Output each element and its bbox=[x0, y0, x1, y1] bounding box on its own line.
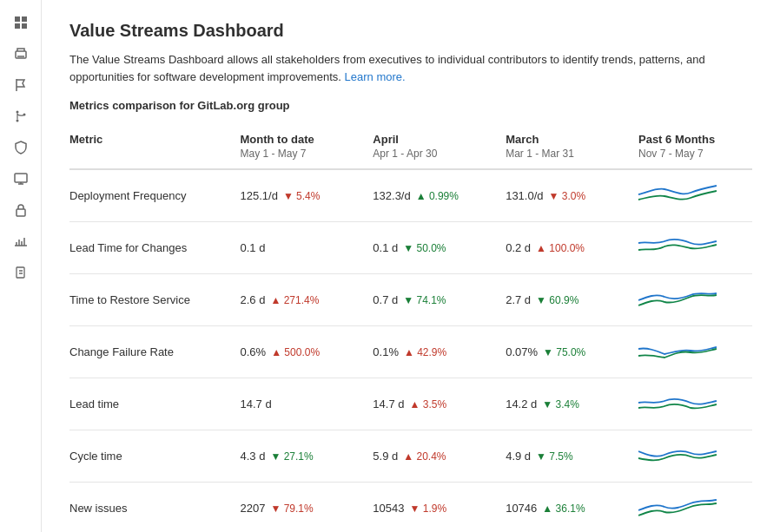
mtd-cell: 0.6%500.0% bbox=[241, 326, 373, 378]
col-header-march: March Mar 1 - Mar 31 bbox=[506, 126, 638, 169]
svg-point-1 bbox=[16, 111, 18, 114]
mtd-cell: 2.6 d271.4% bbox=[241, 274, 373, 326]
metric-name-cell: Change Failure Rate bbox=[69, 326, 241, 378]
march-cell: 2.7 d60.9% bbox=[506, 274, 638, 326]
sidebar-icon-flag[interactable] bbox=[7, 71, 35, 99]
sparkline-cell bbox=[638, 430, 752, 483]
march-cell: 14.2 d3.4% bbox=[506, 378, 638, 430]
sparkline-cell bbox=[638, 378, 752, 430]
metrics-label: Metrics comparison for GitLab.org group bbox=[69, 99, 752, 112]
svg-rect-0 bbox=[16, 51, 26, 58]
svg-rect-5 bbox=[17, 209, 25, 216]
table-row: Cycle time 4.3 d27.1% 5.9 d20.4% 4.9 d7.… bbox=[69, 430, 752, 483]
col-header-april: April Apr 1 - Apr 30 bbox=[373, 126, 506, 169]
sidebar-icon-chart[interactable] bbox=[7, 227, 35, 255]
table-row: Change Failure Rate 0.6%500.0% 0.1%42.9%… bbox=[69, 326, 752, 378]
sidebar-icon-printer[interactable] bbox=[7, 40, 35, 68]
metric-name-cell: Lead time bbox=[69, 378, 241, 430]
sparkline-cell bbox=[638, 274, 752, 326]
march-cell: 0.2 d100.0% bbox=[506, 222, 638, 274]
mtd-cell: 125.1/d5.4% bbox=[241, 169, 373, 222]
sidebar-icon-lock[interactable] bbox=[7, 196, 35, 224]
metric-name-cell: Lead Time for Changes bbox=[69, 222, 241, 274]
main-content: Value Streams Dashboard The Value Stream… bbox=[42, 0, 780, 532]
col-header-6months: Past 6 Months Nov 7 - May 7 bbox=[638, 126, 752, 169]
metric-name-cell: Deployment Frequency bbox=[69, 169, 241, 222]
sidebar-icon-shield[interactable] bbox=[7, 134, 35, 161]
april-cell: 14.7 d3.5% bbox=[373, 378, 506, 430]
april-cell: 0.1 d50.0% bbox=[373, 222, 506, 274]
april-cell: 105431.9% bbox=[373, 483, 506, 533]
metric-name-cell: Time to Restore Service bbox=[69, 274, 241, 326]
svg-rect-4 bbox=[15, 174, 27, 182]
metrics-table: Metric Month to date May 1 - May 7 April… bbox=[69, 126, 752, 532]
learn-more-link[interactable]: Learn more. bbox=[345, 70, 406, 83]
sidebar bbox=[0, 0, 42, 532]
sidebar-icon-monitor[interactable] bbox=[7, 165, 35, 193]
table-row: Time to Restore Service 2.6 d271.4% 0.7 … bbox=[69, 274, 752, 326]
sparkline-cell bbox=[638, 169, 752, 222]
april-cell: 0.7 d74.1% bbox=[373, 274, 506, 326]
mtd-cell: 4.3 d27.1% bbox=[241, 430, 373, 483]
mtd-cell: 14.7 d bbox=[241, 378, 373, 430]
april-cell: 132.3/d0.99% bbox=[373, 169, 506, 222]
table-header-row: Metric Month to date May 1 - May 7 April… bbox=[69, 126, 752, 169]
table-row: Lead time 14.7 d 14.7 d3.5% 14.2 d3.4% bbox=[69, 378, 752, 430]
col-header-mtd: Month to date May 1 - May 7 bbox=[241, 126, 373, 169]
sidebar-icon-book[interactable] bbox=[7, 259, 35, 286]
metric-name-cell: Cycle time bbox=[69, 430, 241, 483]
march-cell: 0.07%75.0% bbox=[506, 326, 638, 378]
sidebar-icon-grid[interactable] bbox=[7, 9, 35, 36]
metric-name-cell: New issues bbox=[69, 483, 241, 533]
april-cell: 0.1%42.9% bbox=[373, 326, 506, 378]
mtd-cell: 220779.1% bbox=[241, 483, 373, 533]
mtd-cell: 0.1 d bbox=[241, 222, 373, 274]
sparkline-cell bbox=[638, 222, 752, 274]
col-header-metric: Metric bbox=[69, 126, 241, 169]
page-description: The Value Streams Dashboard allows all s… bbox=[69, 51, 752, 85]
april-cell: 5.9 d20.4% bbox=[373, 430, 506, 483]
sidebar-icon-merge[interactable] bbox=[7, 102, 35, 130]
table-row: Lead Time for Changes 0.1 d 0.1 d50.0% 0… bbox=[69, 222, 752, 274]
table-row: New issues 220779.1% 105431.9% 1074636.1… bbox=[69, 483, 752, 533]
sparkline-cell bbox=[638, 483, 752, 533]
march-cell: 4.9 d7.5% bbox=[506, 430, 638, 483]
march-cell: 131.0/d3.0% bbox=[506, 169, 638, 222]
table-row: Deployment Frequency 125.1/d5.4% 132.3/d… bbox=[69, 169, 752, 222]
page-title: Value Streams Dashboard bbox=[69, 21, 752, 41]
svg-point-2 bbox=[16, 120, 18, 122]
sparkline-cell bbox=[638, 326, 752, 378]
march-cell: 1074636.1% bbox=[506, 483, 638, 533]
